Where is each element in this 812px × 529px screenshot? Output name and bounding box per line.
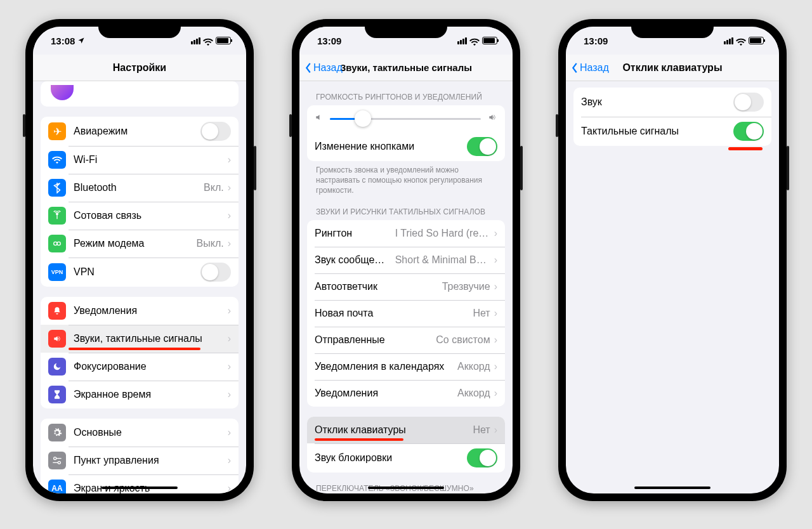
wifi-icon: [48, 151, 66, 169]
section-header-volume: ГРОМКОСТЬ РИНГТОНОВ И УВЕДОМЛЕНИЙ: [307, 81, 505, 105]
row-display[interactable]: AA Экран и яркость ›: [41, 474, 239, 493]
row-focus[interactable]: Фокусирование ›: [41, 353, 239, 381]
speaker-low-icon: [315, 113, 324, 124]
row-change-with-buttons[interactable]: Изменение кнопками: [307, 132, 505, 161]
notch: [365, 19, 447, 38]
back-button[interactable]: Назад: [304, 55, 343, 81]
row-label: Отправленные: [315, 334, 431, 346]
chevron-right-icon: ›: [228, 154, 231, 166]
toggle-vpn[interactable]: [200, 263, 231, 282]
row-vpn[interactable]: VPN VPN: [41, 258, 239, 287]
bluetooth-icon: [48, 179, 66, 197]
svg-point-1: [54, 242, 57, 245]
row-keyboard-feedback[interactable]: Отклик клавиатуры Нет ›: [307, 417, 505, 443]
chevron-right-icon: ›: [228, 333, 231, 344]
group-keyboard-lock: Отклик клавиатуры Нет › Звук блокировки: [307, 417, 505, 473]
page-title: Отклик клавиатуры: [622, 62, 722, 74]
row-detail: Выкл.: [197, 238, 224, 249]
row-ringtone[interactable]: Рингтон I Tried So Hard (remix 2021) ›: [307, 220, 505, 247]
row-label: Bluetooth: [74, 182, 199, 193]
text-size-icon: AA: [48, 480, 66, 493]
toggle-keyboard-haptic[interactable]: [733, 122, 764, 141]
content-scroll[interactable]: ✈︎ Авиарежим Wi-Fi › Bluetooth Вкл. ›: [33, 81, 246, 493]
volume-slider[interactable]: [330, 118, 481, 120]
row-cellular[interactable]: Сотовая связь ›: [41, 202, 239, 230]
chevron-right-icon: ›: [228, 455, 231, 466]
home-indicator[interactable]: [368, 487, 444, 489]
profile-card-partial[interactable]: [41, 81, 239, 107]
row-detail: Short & Minimal Busine...: [395, 254, 490, 266]
chevron-right-icon: ›: [228, 483, 231, 493]
row-label: Основные: [74, 427, 224, 438]
toggle-change-with-buttons[interactable]: [467, 137, 497, 156]
group-network: ✈︎ Авиарежим Wi-Fi › Bluetooth Вкл. ›: [41, 117, 239, 287]
chevron-right-icon: ›: [494, 228, 497, 239]
row-text-tone[interactable]: Звук сообщения Short & Minimal Busine...…: [307, 247, 505, 273]
toggle-keyboard-sound[interactable]: [733, 93, 764, 112]
chevron-right-icon: ›: [494, 361, 497, 372]
row-haptic[interactable]: Тактильные сигналы: [573, 117, 771, 146]
toggle-lock-sound[interactable]: [467, 448, 497, 467]
phone-sounds-haptics: 13:09 Назад Звуки, тактильные сигналы ГР…: [292, 19, 520, 501]
battery-icon: [749, 37, 764, 44]
back-label: Назад: [313, 62, 343, 74]
cellular-icon: [191, 37, 200, 44]
group-notifications: Уведомления › Звуки, тактильные сигналы …: [41, 297, 239, 408]
row-calendar-alerts[interactable]: Уведомления в календарях Аккорд ›: [307, 353, 505, 380]
svg-point-3: [54, 457, 56, 460]
content-scroll[interactable]: Звук Тактильные сигналы: [566, 81, 779, 493]
page-title: Настройки: [113, 62, 166, 74]
row-label: Пункт управления: [74, 455, 224, 466]
home-indicator[interactable]: [102, 487, 178, 489]
row-label: Рингтон: [315, 228, 390, 239]
chevron-right-icon: ›: [494, 334, 497, 346]
moon-icon: [48, 358, 66, 376]
row-label: Звук блокировки: [315, 452, 467, 464]
row-reminder-alerts[interactable]: Уведомления Аккорд ›: [307, 380, 505, 407]
row-notifications[interactable]: Уведомления ›: [41, 297, 239, 325]
row-lock-sound[interactable]: Звук блокировки: [307, 443, 505, 473]
group-sounds: Рингтон I Tried So Hard (remix 2021) › З…: [307, 220, 505, 407]
row-label: Звуки, тактильные сигналы: [74, 333, 224, 344]
row-screentime[interactable]: Экранное время ›: [41, 381, 239, 408]
row-bluetooth[interactable]: Bluetooth Вкл. ›: [41, 174, 239, 202]
screen: 13:08 Настройки ✈︎ Авиар: [33, 27, 246, 493]
row-sounds-haptics[interactable]: Звуки, тактильные сигналы ›: [41, 325, 239, 353]
row-airplane-mode[interactable]: ✈︎ Авиарежим: [41, 117, 239, 146]
row-label: Wi-Fi: [74, 154, 224, 166]
nav-bar: Назад Звуки, тактильные сигналы: [299, 55, 513, 81]
content-scroll[interactable]: ГРОМКОСТЬ РИНГТОНОВ И УВЕДОМЛЕНИЙ Измене…: [299, 81, 513, 493]
chevron-right-icon: ›: [228, 210, 231, 221]
row-new-mail[interactable]: Новая почта Нет ›: [307, 300, 505, 327]
row-label: Тактильные сигналы: [581, 126, 733, 137]
screen: 13:09 Назад Отклик клавиатуры Звук: [566, 27, 779, 493]
row-control-center[interactable]: Пункт управления ›: [41, 447, 239, 474]
status-time: 13:09: [584, 36, 608, 46]
row-hotspot[interactable]: Режим модема Выкл. ›: [41, 230, 239, 258]
highlight-underline: [69, 348, 200, 350]
home-indicator[interactable]: [634, 487, 710, 489]
wifi-icon: [736, 37, 746, 44]
chevron-left-icon: [571, 62, 579, 74]
row-detail: I Tried So Hard (remix 2021): [395, 228, 490, 239]
bell-icon: [48, 302, 66, 320]
back-label: Назад: [580, 62, 609, 74]
back-button[interactable]: Назад: [571, 55, 609, 81]
section-header-ringsilent: ПЕРЕКЛЮЧАТЕЛЬ «ЗВОНОК/БЕСШУМНО»: [307, 473, 505, 493]
row-general[interactable]: Основные ›: [41, 419, 239, 447]
row-label: Звук: [581, 96, 733, 108]
notch: [631, 19, 714, 38]
row-label: Авиарежим: [74, 126, 200, 137]
chevron-right-icon: ›: [228, 238, 231, 249]
row-wifi[interactable]: Wi-Fi ›: [41, 146, 239, 174]
chevron-right-icon: ›: [228, 361, 231, 372]
chevron-right-icon: ›: [494, 424, 497, 436]
airplane-icon: ✈︎: [48, 122, 66, 140]
row-sound[interactable]: Звук: [573, 88, 771, 117]
row-voicemail[interactable]: Автоответчик Трезвучие ›: [307, 273, 505, 300]
row-label: Новая почта: [315, 308, 468, 319]
toggle-airplane[interactable]: [200, 122, 231, 141]
nav-bar: Настройки: [33, 55, 246, 81]
row-sent-mail[interactable]: Отправленные Со свистом ›: [307, 327, 505, 353]
row-label: Фокусирование: [74, 361, 224, 372]
